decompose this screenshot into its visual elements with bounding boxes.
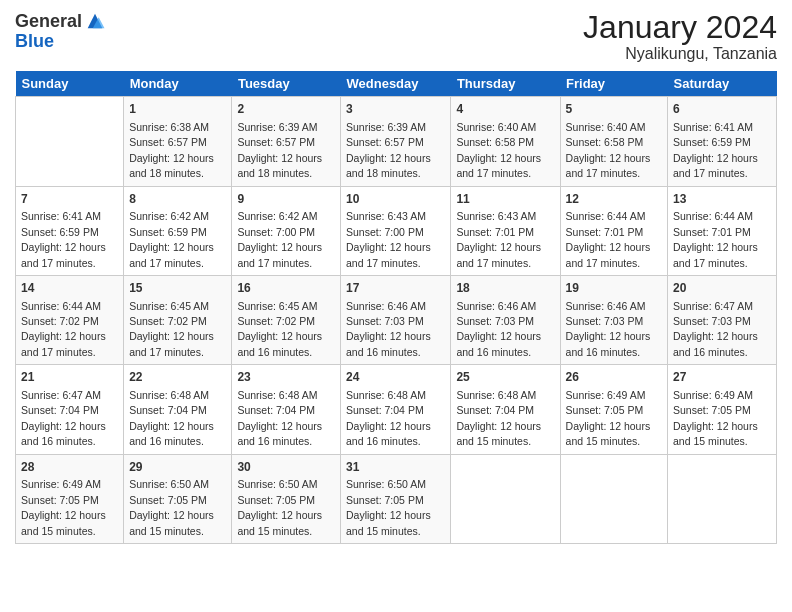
day-info: Sunrise: 6:46 AMSunset: 7:03 PMDaylight:… xyxy=(346,300,431,358)
day-info: Sunrise: 6:47 AMSunset: 7:04 PMDaylight:… xyxy=(21,389,106,447)
calendar-cell: 12Sunrise: 6:44 AMSunset: 7:01 PMDayligh… xyxy=(560,186,667,275)
day-info: Sunrise: 6:40 AMSunset: 6:58 PMDaylight:… xyxy=(456,121,541,179)
day-info: Sunrise: 6:41 AMSunset: 6:59 PMDaylight:… xyxy=(21,210,106,268)
calendar-cell: 8Sunrise: 6:42 AMSunset: 6:59 PMDaylight… xyxy=(124,186,232,275)
day-number: 19 xyxy=(566,280,662,297)
calendar-cell: 11Sunrise: 6:43 AMSunset: 7:01 PMDayligh… xyxy=(451,186,560,275)
calendar-cell: 13Sunrise: 6:44 AMSunset: 7:01 PMDayligh… xyxy=(668,186,777,275)
logo: General Blue xyxy=(15,10,106,50)
week-row-3: 14Sunrise: 6:44 AMSunset: 7:02 PMDayligh… xyxy=(16,275,777,364)
day-info: Sunrise: 6:43 AMSunset: 7:00 PMDaylight:… xyxy=(346,210,431,268)
month-title: January 2024 xyxy=(583,10,777,45)
day-info: Sunrise: 6:46 AMSunset: 7:03 PMDaylight:… xyxy=(566,300,651,358)
day-number: 22 xyxy=(129,369,226,386)
logo-icon xyxy=(84,10,106,32)
day-info: Sunrise: 6:42 AMSunset: 7:00 PMDaylight:… xyxy=(237,210,322,268)
calendar-cell: 4Sunrise: 6:40 AMSunset: 6:58 PMDaylight… xyxy=(451,97,560,186)
day-number: 18 xyxy=(456,280,554,297)
day-info: Sunrise: 6:50 AMSunset: 7:05 PMDaylight:… xyxy=(237,478,322,536)
day-info: Sunrise: 6:40 AMSunset: 6:58 PMDaylight:… xyxy=(566,121,651,179)
day-info: Sunrise: 6:48 AMSunset: 7:04 PMDaylight:… xyxy=(346,389,431,447)
day-number: 7 xyxy=(21,191,118,208)
col-wednesday: Wednesday xyxy=(341,71,451,97)
calendar-cell: 25Sunrise: 6:48 AMSunset: 7:04 PMDayligh… xyxy=(451,365,560,454)
day-info: Sunrise: 6:50 AMSunset: 7:05 PMDaylight:… xyxy=(346,478,431,536)
day-number: 28 xyxy=(21,459,118,476)
logo-general: General xyxy=(15,12,82,30)
location-title: Nyalikungu, Tanzania xyxy=(583,45,777,63)
day-number: 26 xyxy=(566,369,662,386)
calendar-cell: 17Sunrise: 6:46 AMSunset: 7:03 PMDayligh… xyxy=(341,275,451,364)
day-info: Sunrise: 6:45 AMSunset: 7:02 PMDaylight:… xyxy=(237,300,322,358)
day-number: 8 xyxy=(129,191,226,208)
day-info: Sunrise: 6:39 AMSunset: 6:57 PMDaylight:… xyxy=(237,121,322,179)
day-info: Sunrise: 6:48 AMSunset: 7:04 PMDaylight:… xyxy=(456,389,541,447)
calendar-cell: 15Sunrise: 6:45 AMSunset: 7:02 PMDayligh… xyxy=(124,275,232,364)
day-number: 16 xyxy=(237,280,335,297)
day-number: 27 xyxy=(673,369,771,386)
calendar-cell: 31Sunrise: 6:50 AMSunset: 7:05 PMDayligh… xyxy=(341,454,451,543)
calendar-cell: 28Sunrise: 6:49 AMSunset: 7:05 PMDayligh… xyxy=(16,454,124,543)
day-number: 5 xyxy=(566,101,662,118)
day-info: Sunrise: 6:48 AMSunset: 7:04 PMDaylight:… xyxy=(129,389,214,447)
calendar-cell: 10Sunrise: 6:43 AMSunset: 7:00 PMDayligh… xyxy=(341,186,451,275)
day-info: Sunrise: 6:41 AMSunset: 6:59 PMDaylight:… xyxy=(673,121,758,179)
header-row: Sunday Monday Tuesday Wednesday Thursday… xyxy=(16,71,777,97)
calendar-cell: 5Sunrise: 6:40 AMSunset: 6:58 PMDaylight… xyxy=(560,97,667,186)
calendar-cell: 26Sunrise: 6:49 AMSunset: 7:05 PMDayligh… xyxy=(560,365,667,454)
calendar-cell: 24Sunrise: 6:48 AMSunset: 7:04 PMDayligh… xyxy=(341,365,451,454)
col-sunday: Sunday xyxy=(16,71,124,97)
day-number: 1 xyxy=(129,101,226,118)
day-number: 21 xyxy=(21,369,118,386)
calendar-cell xyxy=(451,454,560,543)
calendar-cell: 23Sunrise: 6:48 AMSunset: 7:04 PMDayligh… xyxy=(232,365,341,454)
calendar-cell: 22Sunrise: 6:48 AMSunset: 7:04 PMDayligh… xyxy=(124,365,232,454)
calendar-cell: 27Sunrise: 6:49 AMSunset: 7:05 PMDayligh… xyxy=(668,365,777,454)
day-number: 23 xyxy=(237,369,335,386)
header: General Blue January 2024 Nyalikungu, Ta… xyxy=(15,10,777,63)
calendar-cell: 18Sunrise: 6:46 AMSunset: 7:03 PMDayligh… xyxy=(451,275,560,364)
day-info: Sunrise: 6:46 AMSunset: 7:03 PMDaylight:… xyxy=(456,300,541,358)
title-block: January 2024 Nyalikungu, Tanzania xyxy=(583,10,777,63)
day-info: Sunrise: 6:44 AMSunset: 7:01 PMDaylight:… xyxy=(673,210,758,268)
col-thursday: Thursday xyxy=(451,71,560,97)
day-number: 29 xyxy=(129,459,226,476)
calendar-cell xyxy=(16,97,124,186)
day-info: Sunrise: 6:42 AMSunset: 6:59 PMDaylight:… xyxy=(129,210,214,268)
day-number: 6 xyxy=(673,101,771,118)
day-info: Sunrise: 6:49 AMSunset: 7:05 PMDaylight:… xyxy=(673,389,758,447)
day-info: Sunrise: 6:39 AMSunset: 6:57 PMDaylight:… xyxy=(346,121,431,179)
calendar-cell: 19Sunrise: 6:46 AMSunset: 7:03 PMDayligh… xyxy=(560,275,667,364)
calendar-cell: 14Sunrise: 6:44 AMSunset: 7:02 PMDayligh… xyxy=(16,275,124,364)
col-friday: Friday xyxy=(560,71,667,97)
week-row-2: 7Sunrise: 6:41 AMSunset: 6:59 PMDaylight… xyxy=(16,186,777,275)
day-info: Sunrise: 6:44 AMSunset: 7:01 PMDaylight:… xyxy=(566,210,651,268)
day-number: 4 xyxy=(456,101,554,118)
day-number: 31 xyxy=(346,459,445,476)
calendar-cell: 7Sunrise: 6:41 AMSunset: 6:59 PMDaylight… xyxy=(16,186,124,275)
day-number: 24 xyxy=(346,369,445,386)
calendar-cell: 9Sunrise: 6:42 AMSunset: 7:00 PMDaylight… xyxy=(232,186,341,275)
calendar-cell: 30Sunrise: 6:50 AMSunset: 7:05 PMDayligh… xyxy=(232,454,341,543)
page: General Blue January 2024 Nyalikungu, Ta… xyxy=(0,0,792,612)
day-info: Sunrise: 6:43 AMSunset: 7:01 PMDaylight:… xyxy=(456,210,541,268)
day-number: 30 xyxy=(237,459,335,476)
calendar-cell: 2Sunrise: 6:39 AMSunset: 6:57 PMDaylight… xyxy=(232,97,341,186)
day-number: 9 xyxy=(237,191,335,208)
calendar-cell: 20Sunrise: 6:47 AMSunset: 7:03 PMDayligh… xyxy=(668,275,777,364)
day-number: 11 xyxy=(456,191,554,208)
day-number: 20 xyxy=(673,280,771,297)
col-tuesday: Tuesday xyxy=(232,71,341,97)
day-number: 2 xyxy=(237,101,335,118)
day-number: 3 xyxy=(346,101,445,118)
week-row-1: 1Sunrise: 6:38 AMSunset: 6:57 PMDaylight… xyxy=(16,97,777,186)
week-row-5: 28Sunrise: 6:49 AMSunset: 7:05 PMDayligh… xyxy=(16,454,777,543)
day-number: 14 xyxy=(21,280,118,297)
day-number: 13 xyxy=(673,191,771,208)
day-info: Sunrise: 6:49 AMSunset: 7:05 PMDaylight:… xyxy=(566,389,651,447)
col-saturday: Saturday xyxy=(668,71,777,97)
day-info: Sunrise: 6:38 AMSunset: 6:57 PMDaylight:… xyxy=(129,121,214,179)
day-number: 12 xyxy=(566,191,662,208)
day-number: 15 xyxy=(129,280,226,297)
calendar-table: Sunday Monday Tuesday Wednesday Thursday… xyxy=(15,71,777,544)
